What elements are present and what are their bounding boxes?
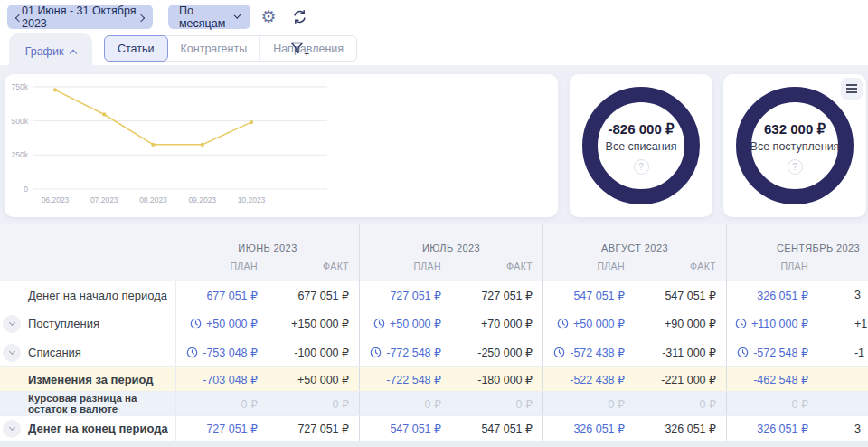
row-label: Списания [0,338,175,366]
svg-text:500k: 500k [12,117,29,126]
fact-column-header: ФАКТ [635,261,726,271]
fact-value: 0 ₽ [268,392,359,415]
month-cell-group: -703 048 ₽+50 000 ₽ [175,367,359,391]
plan-value[interactable]: 727 051 ₽ [176,416,268,441]
fact-value: -221 000 ₽ [635,367,726,391]
month-cell-group: 0 ₽ [726,392,868,415]
fact-value: -180 000 ₽ [451,367,542,391]
row-expand-chevron-icon[interactable] [3,344,21,362]
period-granularity-dropdown[interactable]: По месяцам [168,5,250,29]
plan-value[interactable]: -722 548 ₽ [360,367,451,391]
plan-value[interactable]: 547 051 ₽ [543,281,635,309]
settings-gear-icon[interactable]: ⚙ [259,6,278,26]
table-row: Денег на конец периода727 051 ₽727 051 ₽… [0,415,868,441]
plan-value[interactable]: +110 000 ₽ [727,309,818,338]
plan-value[interactable]: +50 000 ₽ [360,309,451,338]
month-cell-group: 727 051 ₽727 051 ₽ [359,281,542,309]
month-cell-group: +50 000 ₽+150 000 ₽ [175,309,359,338]
plan-value[interactable]: +50 000 ₽ [176,309,268,338]
table-body: Денег на начало периода677 051 ₽677 051 … [0,281,868,441]
fact-value: 727 051 ₽ [451,281,542,309]
fact-value: 3 [818,281,868,309]
fact-column-header: ФАКТ [818,261,868,271]
plan-column-header: ПЛАН [176,261,268,271]
plan-value[interactable]: 727 051 ₽ [360,281,451,309]
row-label: Денег на конец периода [0,416,175,441]
next-period-icon[interactable] [138,11,144,24]
filter-add-icon[interactable]: + [286,36,309,60]
question-icon[interactable]: ? [788,159,803,175]
row-label: Курсовая разница на остаток в валюте [0,392,175,415]
month-cell-group: -572 438 ₽-311 000 ₽ [542,338,726,366]
fact-column-header: ФАКТ [451,261,542,271]
fact-value: 3 [818,416,868,441]
plan-value[interactable]: -522 438 ₽ [543,367,635,391]
month-header: АВГУСТ 2023ПЛАНФАКТ [542,224,726,281]
table-row: Списания-753 048 ₽-100 000 ₽-772 548 ₽-2… [0,338,868,366]
plan-value[interactable]: 677 051 ₽ [176,281,268,309]
plan-value[interactable]: +50 000 ₽ [543,309,635,338]
inflows-donut-card: 632 000 ₽ Все поступления ? [723,74,866,217]
plan-value[interactable]: -572 438 ₽ [543,338,635,366]
month-header: ИЮЛЬ 2023ПЛАНФАКТ [359,224,542,281]
month-header: ИЮНЬ 2023ПЛАНФАКТ [175,224,359,281]
fact-value: 0 ₽ [451,392,542,415]
period-granularity-label: По месяцам [179,5,235,30]
fact-value: +90 000 ₽ [635,309,726,338]
fact-value: +1 [818,309,868,338]
plan-value[interactable]: -462 548 ₽ [727,367,818,391]
question-icon[interactable]: ? [634,159,649,175]
row-expand-chevron-icon[interactable] [3,315,21,333]
month-cell-group: +50 000 ₽+70 000 ₽ [359,309,542,338]
inflows-total-value: 632 000 ₽ [723,121,866,138]
fact-value: 0 ₽ [635,392,726,415]
month-cell-group: -772 548 ₽-250 000 ₽ [359,338,542,366]
horizontal-scrollbar[interactable] [0,441,868,447]
refresh-icon[interactable] [289,6,309,26]
plan-value: 0 ₽ [727,392,818,415]
fact-value: +70 000 ₽ [451,309,542,338]
row-label: Поступления [0,309,175,338]
tab-stati[interactable]: Статьи [104,35,168,62]
outflows-total-value: -826 000 ₽ [570,121,712,138]
plus-icon: + [304,49,309,59]
month-title: АВГУСТ 2023 [543,224,726,253]
plan-value[interactable]: 547 051 ₽ [360,416,451,441]
date-range-picker[interactable]: 01 Июня - 31 Октября 2023 [7,5,153,29]
svg-text:750k: 750k [12,82,29,91]
month-cell-group: 0 ₽0 ₽ [175,392,359,415]
month-cell-group: 326 051 ₽3 [726,416,868,441]
chevron-up-icon [70,49,77,56]
row-label: Изменения за период [0,367,175,391]
tab-grafik[interactable]: График [9,33,92,70]
fact-value: +150 000 ₽ [268,309,359,338]
fact-column-header: ФАКТ [268,261,359,271]
month-title: ИЮЛЬ 2023 [360,224,542,253]
plan-column-header: ПЛАН [360,261,451,271]
month-cell-group: 0 ₽0 ₽ [542,392,726,415]
svg-text:06.2023: 06.2023 [42,195,70,204]
month-cell-group: +110 000 ₽+1 [726,309,868,338]
plan-value[interactable]: -753 048 ₽ [176,338,268,366]
plan-value[interactable]: -772 548 ₽ [360,338,451,366]
plan-value[interactable]: -703 048 ₽ [176,367,268,391]
top-toolbar: 01 Июня - 31 Октября 2023 По месяцам ⚙ [0,0,868,33]
month-title: СЕНТЯБРЬ 2023 [727,224,868,253]
table-row: Денег на начало периода677 051 ₽677 051 … [0,281,868,309]
tab-kontragenty[interactable]: Контрагенты [168,36,261,61]
report-segmented-control: Статьи Контрагенты Направления [104,35,357,62]
svg-text:07.2023: 07.2023 [90,195,118,204]
month-cell-group: 727 051 ₽727 051 ₽ [175,416,359,441]
card-menu-icon[interactable] [841,78,863,100]
plan-value[interactable]: 326 051 ₽ [727,281,818,309]
fact-value [818,392,868,415]
fact-value: 727 051 ₽ [268,416,359,441]
month-cell-group: 547 051 ₽547 051 ₽ [542,281,726,309]
plan-value[interactable]: -572 548 ₽ [727,338,818,366]
month-cell-group: 326 051 ₽326 051 ₽ [542,416,726,441]
plan-value[interactable]: 326 051 ₽ [543,416,635,441]
line-chart-card: 0250k500k750k06.202307.202308.202309.202… [5,74,558,217]
row-expand-chevron-icon[interactable] [3,420,21,438]
plan-value[interactable]: 326 051 ₽ [727,416,818,441]
balance-line-chart: 0250k500k750k06.202307.202308.202309.202… [5,74,558,217]
